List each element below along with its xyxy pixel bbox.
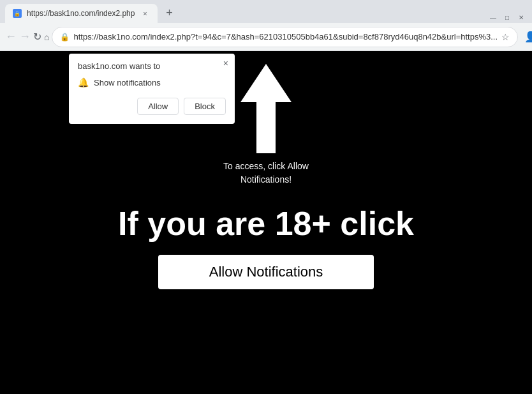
- tab-title: https://bask1no.com/index2.php: [27, 9, 135, 18]
- tab-bar: 🔒 https://bask1no.com/index2.php × + — □…: [0, 0, 532, 23]
- notification-popup: × bask1no.com wants to 🔔 Show notificati…: [69, 54, 235, 124]
- home-button[interactable]: ⌂: [44, 27, 49, 47]
- address-bar[interactable]: 🔒 https://bask1no.com/index2.php?t=94&c=…: [52, 27, 518, 47]
- back-button[interactable]: ←: [5, 27, 17, 47]
- popup-notification-row: 🔔 Show notifications: [78, 77, 226, 87]
- close-window-button[interactable]: ✕: [515, 11, 527, 23]
- block-button[interactable]: Block: [184, 98, 226, 115]
- new-tab-button[interactable]: +: [160, 4, 178, 22]
- active-tab[interactable]: 🔒 https://bask1no.com/index2.php ×: [5, 4, 158, 23]
- allow-button[interactable]: Allow: [137, 98, 179, 115]
- popup-notification-text: Show notifications: [94, 78, 161, 87]
- lock-icon: 🔒: [60, 33, 70, 42]
- profile-button[interactable]: 👤: [521, 27, 532, 47]
- popup-buttons: Allow Block: [78, 98, 226, 115]
- window-controls: — □ ✕: [487, 11, 527, 23]
- nav-bar: ← → ↻ ⌂ 🔒 https://bask1no.com/index2.php…: [0, 23, 532, 51]
- minimize-button[interactable]: —: [487, 11, 499, 23]
- arrow-up-icon: [240, 64, 292, 153]
- maximize-button[interactable]: □: [501, 11, 513, 23]
- big-text: If you are 18+ click: [118, 206, 414, 242]
- reload-button[interactable]: ↻: [33, 27, 41, 47]
- bell-icon: 🔔: [78, 77, 89, 87]
- svg-marker-0: [240, 64, 292, 153]
- forward-button[interactable]: →: [19, 27, 31, 47]
- tab-close-button[interactable]: ×: [140, 8, 150, 19]
- allow-notifications-button[interactable]: Allow Notifications: [158, 255, 374, 289]
- webpage-content: × bask1no.com wants to 🔔 Show notificati…: [0, 51, 532, 394]
- popup-title: bask1no.com wants to: [78, 61, 226, 71]
- popup-close-button[interactable]: ×: [223, 59, 228, 68]
- nav-right-buttons: 👤 ⋮: [521, 27, 532, 47]
- instruction-text: To access, click Allow Notifications!: [223, 160, 309, 186]
- tab-favicon: 🔒: [13, 9, 22, 18]
- browser-frame: 🔒 https://bask1no.com/index2.php × + — □…: [0, 0, 532, 394]
- address-text: https://bask1no.com/index2.php?t=94&c=7&…: [73, 32, 498, 42]
- bookmark-icon[interactable]: ☆: [501, 32, 510, 42]
